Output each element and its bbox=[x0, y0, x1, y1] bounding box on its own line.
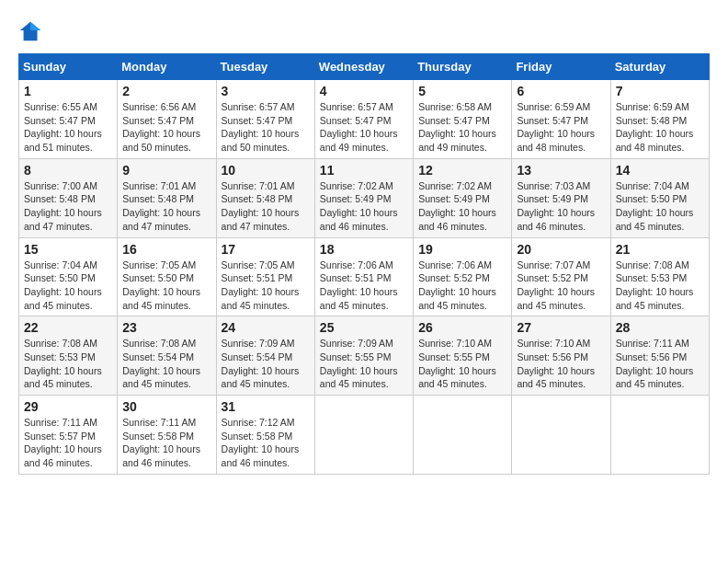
day-number: 4 bbox=[320, 84, 408, 98]
day-info: Sunrise: 7:08 AMSunset: 5:53 PMDaylight:… bbox=[616, 259, 704, 313]
calendar-cell: 17Sunrise: 7:05 AMSunset: 5:51 PMDayligh… bbox=[216, 237, 314, 316]
day-info: Sunrise: 7:02 AMSunset: 5:49 PMDaylight:… bbox=[418, 179, 506, 234]
calendar-cell: 29Sunrise: 7:11 AMSunset: 5:57 PMDayligh… bbox=[19, 396, 118, 475]
calendar-cell: 11Sunrise: 7:02 AMSunset: 5:49 PMDayligh… bbox=[314, 158, 413, 237]
day-number: 30 bbox=[122, 399, 210, 414]
calendar-cell: 25Sunrise: 7:09 AMSunset: 5:55 PMDayligh… bbox=[314, 316, 413, 396]
calendar-week-row: 22Sunrise: 7:08 AMSunset: 5:53 PMDayligh… bbox=[19, 316, 710, 396]
day-number: 1 bbox=[24, 84, 112, 98]
calendar-week-row: 15Sunrise: 7:04 AMSunset: 5:50 PMDayligh… bbox=[19, 237, 710, 316]
calendar-header-row: SundayMondayTuesdayWednesdayThursdayFrid… bbox=[19, 54, 710, 80]
svg-marker-0 bbox=[20, 22, 40, 41]
calendar-week-row: 29Sunrise: 7:11 AMSunset: 5:57 PMDayligh… bbox=[19, 396, 710, 475]
day-info: Sunrise: 6:57 AMSunset: 5:47 PMDaylight:… bbox=[222, 100, 310, 155]
day-number: 10 bbox=[222, 163, 310, 178]
day-number: 26 bbox=[418, 320, 506, 335]
calendar-cell: 9Sunrise: 7:01 AMSunset: 5:48 PMDaylight… bbox=[118, 158, 216, 237]
day-number: 5 bbox=[418, 84, 506, 98]
day-number: 12 bbox=[418, 163, 506, 178]
day-info: Sunrise: 6:57 AMSunset: 5:47 PMDaylight:… bbox=[320, 100, 408, 155]
day-info: Sunrise: 7:05 AMSunset: 5:50 PMDaylight:… bbox=[122, 259, 210, 313]
day-info: Sunrise: 6:55 AMSunset: 5:47 PMDaylight:… bbox=[24, 100, 112, 155]
day-info: Sunrise: 7:08 AMSunset: 5:54 PMDaylight:… bbox=[122, 337, 210, 391]
day-number: 3 bbox=[222, 84, 310, 98]
day-number: 17 bbox=[222, 242, 310, 257]
calendar-cell: 16Sunrise: 7:05 AMSunset: 5:50 PMDayligh… bbox=[118, 237, 216, 316]
calendar-week-row: 1Sunrise: 6:55 AMSunset: 5:47 PMDaylight… bbox=[19, 80, 710, 159]
calendar-cell: 4Sunrise: 6:57 AMSunset: 5:47 PMDaylight… bbox=[314, 80, 413, 159]
day-number: 29 bbox=[24, 399, 112, 414]
calendar-cell: 18Sunrise: 7:06 AMSunset: 5:51 PMDayligh… bbox=[314, 237, 413, 316]
calendar-cell bbox=[512, 396, 610, 475]
day-info: Sunrise: 7:04 AMSunset: 5:50 PMDaylight:… bbox=[24, 259, 112, 313]
day-number: 14 bbox=[616, 163, 704, 178]
calendar-weekday-thursday: Thursday bbox=[414, 54, 512, 80]
calendar-cell: 19Sunrise: 7:06 AMSunset: 5:52 PMDayligh… bbox=[414, 237, 512, 316]
day-number: 13 bbox=[517, 163, 605, 178]
logo bbox=[18, 18, 46, 44]
calendar-cell: 8Sunrise: 7:00 AMSunset: 5:48 PMDaylight… bbox=[19, 158, 118, 237]
day-number: 24 bbox=[222, 320, 310, 335]
day-info: Sunrise: 6:56 AMSunset: 5:47 PMDaylight:… bbox=[122, 100, 210, 155]
day-info: Sunrise: 7:07 AMSunset: 5:52 PMDaylight:… bbox=[517, 259, 605, 313]
calendar-cell: 24Sunrise: 7:09 AMSunset: 5:54 PMDayligh… bbox=[216, 316, 314, 396]
calendar-cell bbox=[610, 396, 709, 475]
day-number: 20 bbox=[517, 242, 605, 257]
day-info: Sunrise: 7:12 AMSunset: 5:58 PMDaylight:… bbox=[222, 416, 310, 470]
day-info: Sunrise: 7:00 AMSunset: 5:48 PMDaylight:… bbox=[24, 179, 112, 234]
day-number: 16 bbox=[122, 242, 210, 257]
day-number: 2 bbox=[122, 84, 210, 98]
day-info: Sunrise: 7:11 AMSunset: 5:58 PMDaylight:… bbox=[122, 416, 210, 470]
day-info: Sunrise: 7:11 AMSunset: 5:56 PMDaylight:… bbox=[616, 337, 704, 391]
calendar-cell: 10Sunrise: 7:01 AMSunset: 5:48 PMDayligh… bbox=[216, 158, 314, 237]
day-info: Sunrise: 7:11 AMSunset: 5:57 PMDaylight:… bbox=[24, 416, 112, 470]
page-header bbox=[18, 18, 710, 44]
day-info: Sunrise: 7:05 AMSunset: 5:51 PMDaylight:… bbox=[222, 259, 310, 313]
calendar-cell: 23Sunrise: 7:08 AMSunset: 5:54 PMDayligh… bbox=[118, 316, 216, 396]
day-info: Sunrise: 7:03 AMSunset: 5:49 PMDaylight:… bbox=[517, 179, 605, 234]
calendar-cell: 13Sunrise: 7:03 AMSunset: 5:49 PMDayligh… bbox=[512, 158, 610, 237]
calendar-cell: 30Sunrise: 7:11 AMSunset: 5:58 PMDayligh… bbox=[118, 396, 216, 475]
calendar-weekday-tuesday: Tuesday bbox=[216, 54, 314, 80]
day-info: Sunrise: 7:10 AMSunset: 5:56 PMDaylight:… bbox=[517, 337, 605, 391]
calendar-cell bbox=[414, 396, 512, 475]
day-info: Sunrise: 7:09 AMSunset: 5:54 PMDaylight:… bbox=[222, 337, 310, 391]
day-number: 28 bbox=[616, 320, 704, 335]
calendar-cell: 12Sunrise: 7:02 AMSunset: 5:49 PMDayligh… bbox=[414, 158, 512, 237]
calendar-cell: 15Sunrise: 7:04 AMSunset: 5:50 PMDayligh… bbox=[19, 237, 118, 316]
day-number: 31 bbox=[222, 399, 310, 414]
day-info: Sunrise: 7:06 AMSunset: 5:51 PMDaylight:… bbox=[320, 259, 408, 313]
day-number: 8 bbox=[24, 163, 112, 178]
calendar-cell: 6Sunrise: 6:59 AMSunset: 5:47 PMDaylight… bbox=[512, 80, 610, 159]
day-number: 11 bbox=[320, 163, 408, 178]
day-info: Sunrise: 7:01 AMSunset: 5:48 PMDaylight:… bbox=[222, 179, 310, 234]
day-info: Sunrise: 7:06 AMSunset: 5:52 PMDaylight:… bbox=[418, 259, 506, 313]
day-number: 19 bbox=[418, 242, 506, 257]
day-info: Sunrise: 6:58 AMSunset: 5:47 PMDaylight:… bbox=[418, 100, 506, 155]
calendar-cell: 1Sunrise: 6:55 AMSunset: 5:47 PMDaylight… bbox=[19, 80, 118, 159]
day-number: 21 bbox=[616, 242, 704, 257]
day-number: 9 bbox=[122, 163, 210, 178]
calendar-weekday-saturday: Saturday bbox=[610, 54, 709, 80]
calendar-cell: 21Sunrise: 7:08 AMSunset: 5:53 PMDayligh… bbox=[610, 237, 709, 316]
calendar-cell: 27Sunrise: 7:10 AMSunset: 5:56 PMDayligh… bbox=[512, 316, 610, 396]
calendar-cell: 3Sunrise: 6:57 AMSunset: 5:47 PMDaylight… bbox=[216, 80, 314, 159]
day-number: 22 bbox=[24, 320, 112, 335]
calendar-weekday-monday: Monday bbox=[118, 54, 216, 80]
calendar-table: SundayMondayTuesdayWednesdayThursdayFrid… bbox=[18, 53, 710, 475]
calendar-cell: 26Sunrise: 7:10 AMSunset: 5:55 PMDayligh… bbox=[414, 316, 512, 396]
svg-marker-1 bbox=[30, 22, 40, 30]
calendar-weekday-friday: Friday bbox=[512, 54, 610, 80]
calendar-weekday-sunday: Sunday bbox=[19, 54, 118, 80]
calendar-cell: 5Sunrise: 6:58 AMSunset: 5:47 PMDaylight… bbox=[414, 80, 512, 159]
day-info: Sunrise: 7:01 AMSunset: 5:48 PMDaylight:… bbox=[122, 179, 210, 234]
day-info: Sunrise: 6:59 AMSunset: 5:47 PMDaylight:… bbox=[517, 100, 605, 155]
day-info: Sunrise: 6:59 AMSunset: 5:48 PMDaylight:… bbox=[616, 100, 704, 155]
logo-icon bbox=[18, 18, 44, 44]
day-number: 7 bbox=[616, 84, 704, 98]
day-number: 25 bbox=[320, 320, 408, 335]
calendar-week-row: 8Sunrise: 7:00 AMSunset: 5:48 PMDaylight… bbox=[19, 158, 710, 237]
calendar-cell: 7Sunrise: 6:59 AMSunset: 5:48 PMDaylight… bbox=[610, 80, 709, 159]
day-number: 18 bbox=[320, 242, 408, 257]
calendar-cell: 22Sunrise: 7:08 AMSunset: 5:53 PMDayligh… bbox=[19, 316, 118, 396]
